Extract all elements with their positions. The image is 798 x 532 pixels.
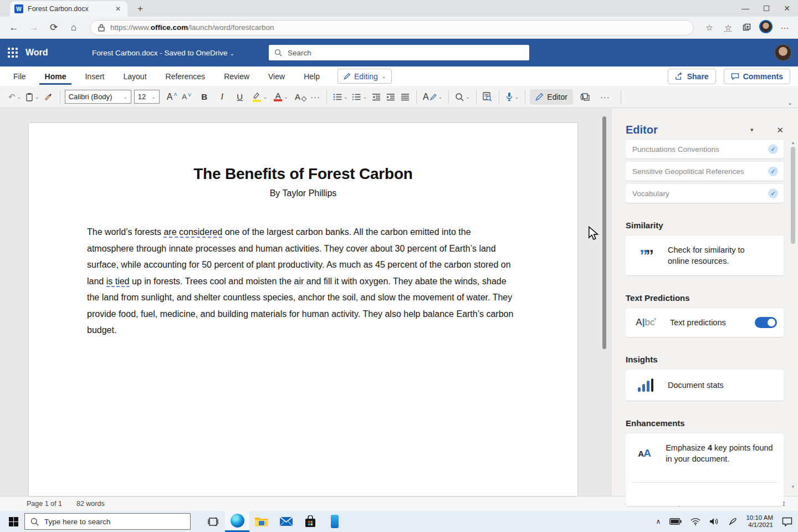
- panel-scrollbar[interactable]: ▲ ▼: [790, 108, 796, 496]
- panel-close-icon[interactable]: ✕: [776, 125, 784, 135]
- search-box[interactable]: Search: [269, 45, 529, 60]
- word-count[interactable]: 82 words: [76, 500, 105, 508]
- tab-file[interactable]: File: [8, 68, 32, 85]
- italic-button[interactable]: I: [216, 89, 229, 105]
- grammar-suggestion[interactable]: are considered: [163, 227, 222, 238]
- address-bar[interactable]: https://www.office.com/launch/word/fores…: [90, 20, 694, 35]
- styles-button[interactable]: A ⌄: [421, 89, 444, 105]
- text-predictions-toggle[interactable]: [755, 317, 777, 328]
- tab-review[interactable]: Review: [218, 68, 255, 85]
- taskbar-file-explorer-button[interactable]: [249, 511, 274, 532]
- dictate-button[interactable]: ⌄: [504, 89, 521, 105]
- scrollbar-thumb[interactable]: [791, 147, 795, 244]
- document-heading[interactable]: The Benefits of Forest Carbon: [87, 165, 519, 183]
- comments-button[interactable]: Comments: [724, 69, 790, 84]
- tray-show-hidden-icon[interactable]: ∧: [656, 518, 661, 525]
- start-button[interactable]: [2, 517, 24, 526]
- document-title-header[interactable]: Forest Carbon.docx - Saved to OneDrive ⌄: [92, 49, 234, 57]
- bold-button[interactable]: B: [198, 89, 211, 105]
- window-minimize-button[interactable]: —: [741, 4, 749, 12]
- window-restore-button[interactable]: [764, 6, 769, 11]
- scroll-down-icon[interactable]: ▼: [790, 484, 796, 489]
- tab-references[interactable]: References: [160, 68, 211, 85]
- action-center-icon[interactable]: [782, 517, 792, 526]
- editing-mode-button[interactable]: Editing ⌄: [337, 69, 392, 84]
- account-avatar[interactable]: [775, 44, 791, 61]
- similarity-heading: Similarity: [626, 221, 784, 230]
- document-scrollbar[interactable]: [602, 116, 606, 349]
- app-launcher-icon[interactable]: [0, 48, 25, 58]
- wifi-icon[interactable]: [690, 518, 700, 525]
- forward-button[interactable]: →: [25, 22, 42, 33]
- grow-font-button[interactable]: A˄: [165, 89, 179, 105]
- similarity-card[interactable]: ”” Check for similarity to online resour…: [626, 236, 784, 275]
- tab-close-icon[interactable]: ✕: [113, 4, 123, 14]
- paste-button[interactable]: ⌄: [24, 89, 41, 105]
- suggestion-card-vocabulary[interactable]: Vocabulary ✓: [626, 184, 784, 203]
- share-button[interactable]: Share: [668, 69, 716, 84]
- document-page[interactable]: The Benefits of Forest Carbon By Taylor …: [29, 123, 577, 496]
- immersive-reader-button[interactable]: [481, 89, 494, 105]
- taskbar-edge-button[interactable]: [225, 511, 249, 532]
- taskbar-search-box[interactable]: Type here to search: [24, 513, 191, 530]
- emphasize-card[interactable]: AA Emphasize 4 key points found in your …: [626, 433, 784, 506]
- underline-button[interactable]: U: [233, 89, 247, 105]
- font-color-button[interactable]: A ⌄: [272, 89, 290, 105]
- taskbar-clock[interactable]: 10:10 AM 4/1/2021: [746, 514, 773, 529]
- editor-button[interactable]: Editor: [530, 89, 573, 105]
- browser-tab[interactable]: W Forest Carbon.docx ✕: [10, 1, 127, 17]
- panel-collapse-icon[interactable]: ▾: [750, 126, 754, 134]
- favorites-list-icon[interactable]: ☆: [720, 23, 736, 33]
- taskbar-store-button[interactable]: [298, 511, 323, 532]
- decrease-indent-button[interactable]: [370, 89, 383, 105]
- refresh-button[interactable]: ⟳: [45, 22, 62, 33]
- app-name[interactable]: Word: [25, 48, 81, 58]
- tab-help[interactable]: Help: [298, 68, 325, 85]
- suggestion-card-punctuation[interactable]: Punctuations Conventions ✓: [626, 140, 784, 158]
- clear-formatting-button[interactable]: A: [293, 89, 308, 105]
- scroll-up-icon[interactable]: ▲: [790, 140, 796, 145]
- home-button[interactable]: ⌂: [65, 22, 82, 33]
- tab-home[interactable]: Home: [39, 68, 72, 85]
- browser-profile-avatar[interactable]: [758, 20, 774, 35]
- undo-button[interactable]: ↶⌄: [7, 89, 23, 105]
- suggestion-card-geopolitical[interactable]: Sensitive Geopolitical References ✓: [626, 162, 784, 181]
- bullets-button[interactable]: ⌄: [331, 89, 350, 105]
- volume-icon[interactable]: [709, 518, 719, 525]
- document-byline[interactable]: By Taylor Phillips: [87, 188, 519, 198]
- ribbon-collapse-icon[interactable]: ⌄: [787, 99, 792, 106]
- tab-insert[interactable]: Insert: [79, 68, 110, 85]
- ribbon-more-button[interactable]: ···: [598, 89, 612, 105]
- shrink-font-button[interactable]: A˅: [180, 89, 193, 105]
- add-favorite-icon[interactable]: ☆: [702, 23, 717, 33]
- document-stats-card[interactable]: Document stats: [626, 370, 784, 401]
- page-count[interactable]: Page 1 of 1: [27, 500, 62, 508]
- tab-layout[interactable]: Layout: [117, 68, 152, 85]
- increase-indent-button[interactable]: [384, 89, 397, 105]
- font-name-select[interactable]: Calibri (Body)⌄: [65, 90, 131, 104]
- collections-icon[interactable]: [739, 23, 755, 32]
- new-tab-button[interactable]: +: [134, 3, 146, 14]
- font-more-button[interactable]: ···: [309, 89, 322, 105]
- tab-view[interactable]: View: [263, 68, 290, 85]
- reuse-files-button[interactable]: [579, 89, 592, 105]
- grammar-suggestion[interactable]: is tied: [106, 277, 130, 287]
- battery-icon[interactable]: [669, 518, 682, 525]
- document-paragraph[interactable]: The world’s forests are considered one o…: [87, 224, 519, 339]
- taskbar-mail-button[interactable]: [274, 511, 298, 532]
- format-painter-button[interactable]: [42, 89, 55, 105]
- task-view-button[interactable]: [201, 511, 225, 532]
- justify-button[interactable]: [398, 89, 412, 105]
- pen-icon[interactable]: [728, 517, 737, 526]
- taskbar-your-phone-button[interactable]: [323, 511, 347, 532]
- font-size-select[interactable]: 12⌄: [134, 90, 160, 104]
- text-predictions-card: A|bc+ Text predictions: [626, 308, 784, 337]
- doc-title-caret-icon[interactable]: ⌄: [229, 50, 234, 57]
- browser-menu-icon[interactable]: ···: [777, 23, 792, 32]
- window-close-button[interactable]: ✕: [784, 4, 790, 12]
- highlight-button[interactable]: ⌄: [251, 89, 269, 105]
- find-button[interactable]: ⌄: [453, 89, 472, 105]
- numbering-button[interactable]: ⌄: [350, 89, 369, 105]
- back-button[interactable]: ←: [6, 22, 22, 33]
- check-icon: ✓: [768, 188, 778, 198]
